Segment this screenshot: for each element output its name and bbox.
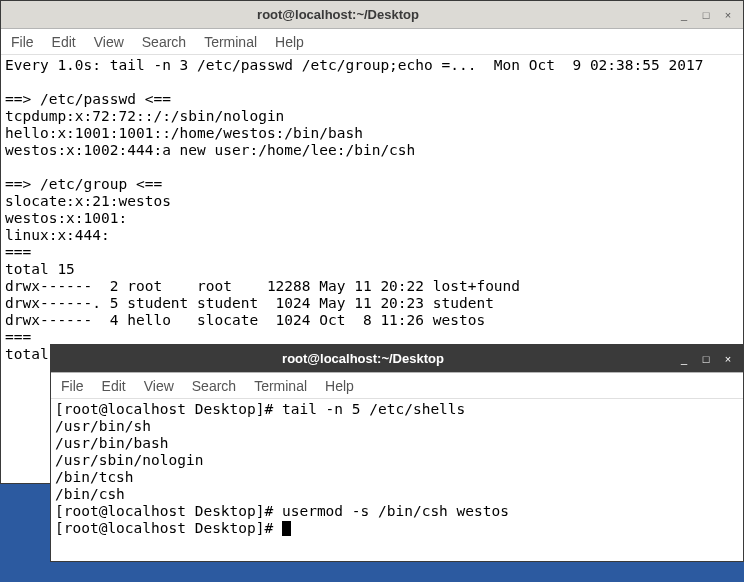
- maximize-button[interactable]: □: [697, 350, 715, 368]
- cursor: [282, 521, 291, 536]
- menubar: File Edit View Search Terminal Help: [51, 373, 743, 399]
- menubar: File Edit View Search Terminal Help: [1, 29, 743, 55]
- minimize-button[interactable]: _: [675, 6, 693, 24]
- window-controls: _ □ ×: [675, 6, 743, 24]
- menu-file[interactable]: File: [11, 34, 34, 50]
- minimize-button[interactable]: _: [675, 350, 693, 368]
- menu-file[interactable]: File: [61, 378, 84, 394]
- menu-search[interactable]: Search: [142, 34, 186, 50]
- maximize-button[interactable]: □: [697, 6, 715, 24]
- terminal-output[interactable]: [root@localhost Desktop]# tail -n 5 /etc…: [51, 399, 743, 561]
- menu-edit[interactable]: Edit: [102, 378, 126, 394]
- terminal-window-2: root@localhost:~/Desktop _ □ × File Edit…: [50, 344, 744, 562]
- close-button[interactable]: ×: [719, 350, 737, 368]
- menu-help[interactable]: Help: [325, 378, 354, 394]
- titlebar[interactable]: root@localhost:~/Desktop _ □ ×: [1, 1, 743, 29]
- window-title: root@localhost:~/Desktop: [1, 7, 675, 22]
- window-title: root@localhost:~/Desktop: [51, 351, 675, 366]
- menu-edit[interactable]: Edit: [52, 34, 76, 50]
- menu-view[interactable]: View: [144, 378, 174, 394]
- menu-help[interactable]: Help: [275, 34, 304, 50]
- menu-terminal[interactable]: Terminal: [254, 378, 307, 394]
- menu-search[interactable]: Search: [192, 378, 236, 394]
- menu-view[interactable]: View: [94, 34, 124, 50]
- close-button[interactable]: ×: [719, 6, 737, 24]
- titlebar[interactable]: root@localhost:~/Desktop _ □ ×: [51, 345, 743, 373]
- window-controls: _ □ ×: [675, 350, 743, 368]
- menu-terminal[interactable]: Terminal: [204, 34, 257, 50]
